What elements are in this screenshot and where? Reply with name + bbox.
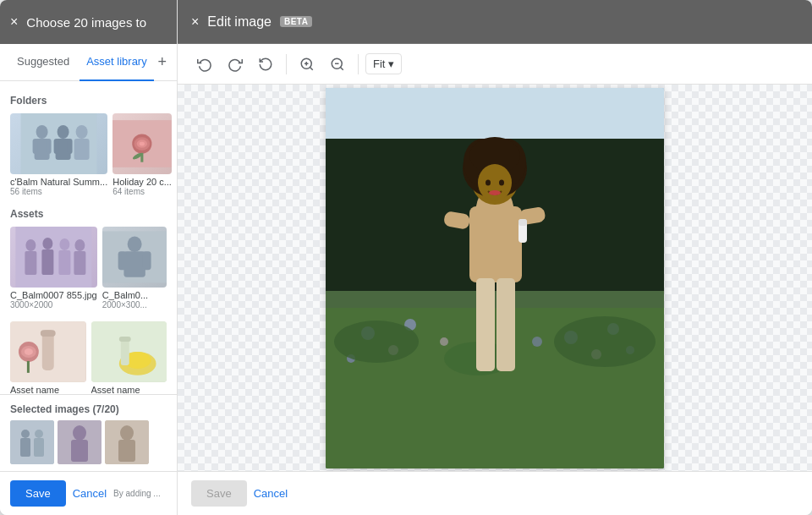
- right-panel-title: Edit image: [207, 14, 272, 30]
- svg-rect-20: [25, 251, 36, 275]
- asset-name-4: Asset name: [91, 385, 167, 394]
- fit-dropdown[interactable]: Fit ▾: [365, 53, 402, 74]
- asset-card-4[interactable]: Asset name ...: [91, 321, 167, 394]
- redo-icon: [228, 57, 243, 72]
- folder-thumb-svg-1: [10, 113, 107, 174]
- selected-thumb-svg-3: [105, 420, 149, 464]
- folder-thumb-2: [112, 113, 172, 174]
- svg-point-1: [36, 125, 48, 139]
- asset-thumb-svg-2: [102, 227, 167, 288]
- svg-rect-4: [47, 139, 52, 154]
- asset-name-3: Asset name: [10, 385, 86, 394]
- svg-line-60: [340, 67, 343, 69]
- asset-thumb-2: [102, 227, 167, 288]
- svg-point-103: [478, 164, 512, 201]
- svg-rect-43: [118, 337, 130, 342]
- toolbar: Fit ▾: [178, 44, 812, 85]
- save-button[interactable]: Save: [10, 480, 66, 507]
- zoom-in-button[interactable]: [294, 51, 321, 78]
- svg-point-21: [42, 238, 52, 249]
- svg-point-25: [74, 239, 85, 251]
- svg-rect-10: [74, 139, 90, 160]
- svg-point-28: [127, 236, 141, 252]
- redo-button[interactable]: [222, 51, 249, 78]
- asset-name-1: C_Balm0007 855.jpg: [10, 290, 97, 300]
- assets-grid-2: Asset name ...: [10, 321, 167, 394]
- zoom-in-icon: [299, 57, 315, 72]
- svg-point-87: [334, 321, 419, 363]
- asset-dims-2: 2000×300...: [102, 300, 167, 310]
- svg-point-47: [35, 430, 43, 438]
- assets-grid-1: C_Balm0007 855.jpg 3000×2000: [10, 227, 167, 310]
- svg-point-15: [140, 142, 145, 146]
- svg-rect-38: [27, 361, 30, 373]
- svg-rect-7: [54, 139, 59, 154]
- svg-point-37: [25, 348, 33, 355]
- svg-rect-74: [326, 88, 664, 139]
- asset-thumb-svg-1: [10, 227, 97, 288]
- asset-thumb-3: [10, 321, 86, 382]
- asset-thumb-svg-3: [10, 321, 86, 382]
- asset-card-1[interactable]: C_Balm0007 855.jpg 3000×2000: [10, 227, 97, 310]
- svg-rect-24: [58, 250, 70, 275]
- svg-point-86: [532, 337, 542, 347]
- right-close-button[interactable]: ×: [191, 14, 199, 30]
- folder-card-2[interactable]: Holiday 20 c... 64 items: [112, 113, 172, 196]
- selected-images-label: Selected images (7/20): [10, 403, 167, 415]
- left-footer: Save Cancel By adding ...: [0, 471, 177, 515]
- selected-thumb-svg-2: [58, 420, 102, 464]
- tab-suggested[interactable]: Suggested: [10, 44, 76, 81]
- selected-thumb-2[interactable]: [58, 420, 102, 464]
- svg-rect-46: [20, 438, 30, 457]
- selected-thumb-svg-1: [10, 420, 54, 464]
- asset-dims-1: 3000×2000: [10, 300, 97, 310]
- right-panel: × Edit image BETA: [178, 0, 812, 515]
- svg-rect-44: [10, 420, 54, 464]
- svg-rect-29: [123, 251, 145, 277]
- folder-count-2: 64 items: [112, 187, 172, 196]
- undo-button[interactable]: [191, 51, 218, 78]
- folder-card-1[interactable]: c'Balm Natural Summ... 56 items: [10, 113, 107, 196]
- reset-button[interactable]: [252, 51, 279, 78]
- tab-asset-library[interactable]: Asset library: [80, 44, 154, 81]
- asset-name-2: C_Balm0...: [102, 290, 167, 300]
- asset-card-3[interactable]: Asset name ...: [10, 321, 86, 394]
- svg-rect-26: [74, 251, 85, 275]
- svg-point-53: [120, 425, 134, 441]
- toolbar-divider-2: [358, 54, 359, 74]
- svg-point-105: [499, 179, 504, 185]
- selected-thumb-1[interactable]: [10, 420, 54, 464]
- svg-rect-54: [118, 440, 135, 462]
- modal-container: × Choose 20 images to Suggested Asset li…: [0, 0, 812, 515]
- asset-thumb-svg-4: [91, 321, 167, 382]
- folder-name-1: c'Balm Natural Summ...: [10, 177, 107, 187]
- fit-label: Fit: [373, 58, 385, 70]
- svg-point-88: [554, 316, 656, 367]
- left-content: Folders: [0, 81, 177, 394]
- selected-thumb-3[interactable]: [105, 420, 149, 464]
- beta-badge: BETA: [280, 16, 312, 27]
- folder-thumb-svg-2: [112, 113, 172, 174]
- zoom-out-button[interactable]: [324, 51, 351, 78]
- right-header: × Edit image BETA: [178, 0, 812, 44]
- cancel-button-left[interactable]: Cancel: [73, 487, 107, 500]
- asset-card-2[interactable]: C_Balm0... 2000×300...: [102, 227, 167, 310]
- svg-rect-91: [469, 206, 522, 282]
- svg-point-23: [59, 238, 69, 250]
- reset-icon: [258, 57, 273, 72]
- folder-name-2: Holiday 20 c...: [112, 177, 172, 187]
- cancel-button-right[interactable]: Cancel: [254, 487, 288, 500]
- svg-rect-30: [118, 251, 126, 270]
- add-tab-button[interactable]: +: [157, 53, 167, 71]
- main-image: [326, 88, 664, 468]
- toolbar-divider-1: [286, 54, 287, 74]
- undo-icon: [197, 57, 212, 72]
- svg-point-5: [58, 125, 69, 139]
- save-button-right[interactable]: Save: [191, 480, 247, 507]
- tabs-row: Suggested Asset library +: [0, 44, 177, 81]
- left-close-button[interactable]: ×: [10, 15, 18, 29]
- selected-thumbs-row: [10, 420, 167, 464]
- svg-point-85: [440, 337, 448, 346]
- svg-point-106: [489, 190, 501, 195]
- folder-count-1: 56 items: [10, 187, 107, 196]
